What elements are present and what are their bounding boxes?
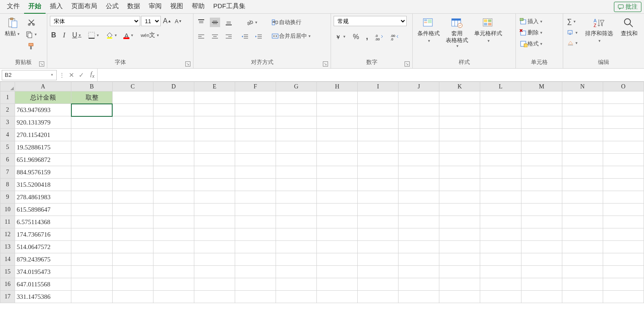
cell-F5[interactable] <box>235 141 276 154</box>
cell-A9[interactable]: 278.4861983 <box>15 191 71 204</box>
cell-K11[interactable] <box>439 216 480 228</box>
cell-I12[interactable] <box>358 228 399 241</box>
cell-I6[interactable] <box>358 154 399 166</box>
cell-F11[interactable] <box>235 216 276 228</box>
cell-L5[interactable] <box>480 141 521 154</box>
cell-F10[interactable] <box>235 204 276 216</box>
cell-E3[interactable] <box>194 116 235 129</box>
cell-N12[interactable] <box>562 228 603 241</box>
increase-indent-button[interactable] <box>254 32 264 42</box>
cell-L3[interactable] <box>480 116 521 129</box>
cell-M9[interactable] <box>521 191 562 204</box>
column-header-J[interactable]: J <box>399 82 439 91</box>
cell-O11[interactable] <box>603 216 644 228</box>
cell-M10[interactable] <box>521 204 562 216</box>
menu-tab-4[interactable]: 公式 <box>101 0 123 14</box>
column-header-I[interactable]: I <box>358 82 399 91</box>
cell-C4[interactable] <box>112 129 153 141</box>
cell-E10[interactable] <box>194 204 235 216</box>
cell-I8[interactable] <box>358 179 399 191</box>
number-launcher[interactable]: ↘ <box>405 61 410 67</box>
font-launcher[interactable]: ↘ <box>185 61 190 67</box>
cell-G9[interactable] <box>276 191 317 204</box>
font-size-select[interactable]: 11 <box>141 16 161 26</box>
bold-button[interactable]: B <box>50 30 58 40</box>
cell-L17[interactable] <box>480 291 521 303</box>
cell-A17[interactable]: 331.1475386 <box>15 291 71 303</box>
cell-M2[interactable] <box>521 104 562 116</box>
conditional-format-button[interactable]: 条件格式▼ <box>415 16 442 45</box>
format-cells-button[interactable]: 格式 ▼ <box>518 39 544 49</box>
cell-B3[interactable] <box>71 116 112 129</box>
cell-M16[interactable] <box>521 278 562 291</box>
cell-E8[interactable] <box>194 179 235 191</box>
column-header-C[interactable]: C <box>112 82 153 91</box>
row-header-12[interactable]: 12 <box>0 228 15 241</box>
cell-J7[interactable] <box>399 166 439 179</box>
align-top-button[interactable] <box>196 18 206 27</box>
cell-G6[interactable] <box>276 154 317 166</box>
cell-H16[interactable] <box>317 278 358 291</box>
cell-L9[interactable] <box>480 191 521 204</box>
underline-button[interactable]: U▼ <box>71 30 83 40</box>
font-color-button[interactable]: A▼ <box>123 30 135 40</box>
cell-L16[interactable] <box>480 278 521 291</box>
pinyin-button[interactable]: wén文▼ <box>139 30 161 40</box>
menu-tab-9[interactable]: PDF工具集 <box>209 0 250 14</box>
cell-H12[interactable] <box>317 228 358 241</box>
clipboard-launcher[interactable]: ↘ <box>39 61 44 67</box>
cell-F14[interactable] <box>235 253 276 266</box>
cell-H14[interactable] <box>317 253 358 266</box>
align-center-button[interactable] <box>210 32 220 42</box>
cell-K3[interactable] <box>439 116 480 129</box>
cell-E5[interactable] <box>194 141 235 154</box>
align-right-button[interactable] <box>224 32 234 42</box>
cell-I15[interactable] <box>358 266 399 278</box>
cell-I10[interactable] <box>358 204 399 216</box>
cell-O10[interactable] <box>603 204 644 216</box>
cell-D6[interactable] <box>153 154 194 166</box>
cell-N15[interactable] <box>562 266 603 278</box>
cell-H6[interactable] <box>317 154 358 166</box>
cell-H2[interactable] <box>317 104 358 116</box>
paste-button[interactable]: 粘贴▼ <box>3 16 22 38</box>
cell-C3[interactable] <box>112 116 153 129</box>
cancel-formula-icon[interactable]: ✕ <box>69 71 74 79</box>
cell-C10[interactable] <box>112 204 153 216</box>
row-header-14[interactable]: 14 <box>0 253 15 266</box>
comma-button[interactable]: , <box>365 31 369 42</box>
cell-F9[interactable] <box>235 191 276 204</box>
column-header-F[interactable]: F <box>235 82 276 91</box>
column-header-M[interactable]: M <box>521 82 562 91</box>
cell-N4[interactable] <box>562 129 603 141</box>
cell-M1[interactable] <box>521 91 562 104</box>
cell-D17[interactable] <box>153 291 194 303</box>
cell-O2[interactable] <box>603 104 644 116</box>
cell-G13[interactable] <box>276 241 317 253</box>
cell-K14[interactable] <box>439 253 480 266</box>
cell-A1[interactable]: 总计金额 <box>15 91 71 104</box>
cell-G15[interactable] <box>276 266 317 278</box>
row-header-1[interactable]: 1 <box>0 91 15 104</box>
row-header-17[interactable]: 17 <box>0 291 15 303</box>
cell-E9[interactable] <box>194 191 235 204</box>
cell-M5[interactable] <box>521 141 562 154</box>
border-button[interactable]: ▼ <box>87 31 101 40</box>
cell-L7[interactable] <box>480 166 521 179</box>
cell-B9[interactable] <box>71 191 112 204</box>
cell-I11[interactable] <box>358 216 399 228</box>
spreadsheet-grid[interactable]: ABCDEFGHIJKLMNO1总计金额取整2763.94769933920.1… <box>0 82 644 310</box>
cell-B6[interactable] <box>71 154 112 166</box>
cell-L10[interactable] <box>480 204 521 216</box>
column-header-H[interactable]: H <box>317 82 358 91</box>
cell-D14[interactable] <box>153 253 194 266</box>
font-name-select[interactable]: 宋体 <box>50 16 140 26</box>
autosum-button[interactable]: ∑ ▼ <box>566 17 577 26</box>
cell-L11[interactable] <box>480 216 521 228</box>
cell-C5[interactable] <box>112 141 153 154</box>
cell-B7[interactable] <box>71 166 112 179</box>
alignment-launcher[interactable]: ↘ <box>323 61 328 67</box>
cell-E12[interactable] <box>194 228 235 241</box>
cell-L1[interactable] <box>480 91 521 104</box>
cell-M17[interactable] <box>521 291 562 303</box>
